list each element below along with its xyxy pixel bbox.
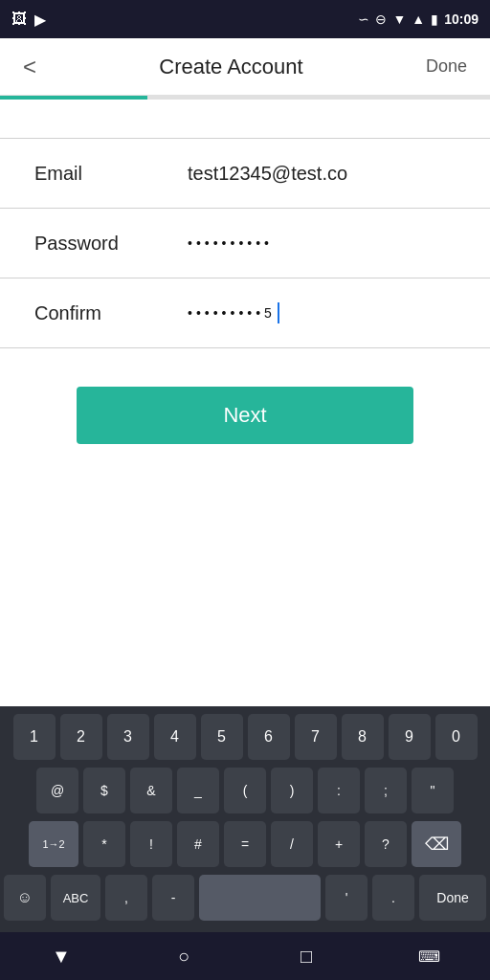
back-button[interactable]: <	[15, 46, 44, 88]
keyboard-row-symbols1: @ $ & _ ( ) : ; "	[4, 768, 486, 813]
bluetooth-icon: ∽	[358, 11, 369, 27]
abc-key[interactable]: ABC	[51, 875, 100, 921]
nav-keyboard-btn[interactable]: ⌨	[405, 937, 453, 975]
shift-key[interactable]: 1→2	[29, 821, 78, 867]
key-exclaim[interactable]: !	[130, 821, 172, 867]
page-title: Create Account	[159, 55, 302, 79]
form-spacer	[0, 463, 490, 706]
signal-icon: ▲	[412, 11, 425, 27]
button-area: Next	[0, 377, 490, 463]
key-0[interactable]: 0	[435, 714, 478, 760]
key-dollar[interactable]: $	[83, 768, 125, 813]
key-colon[interactable]: :	[318, 768, 360, 813]
key-plus[interactable]: +	[318, 821, 360, 867]
top-spacer	[0, 100, 490, 119]
email-label: Email	[34, 163, 188, 185]
time-display: 10:09	[444, 11, 479, 27]
next-button[interactable]: Next	[77, 387, 413, 444]
form-divider-confirm	[0, 347, 490, 348]
key-2[interactable]: 2	[60, 714, 102, 760]
key-period[interactable]: .	[372, 875, 414, 921]
email-row: Email test12345@test.co	[0, 139, 490, 208]
key-6[interactable]: 6	[248, 714, 290, 760]
email-value[interactable]: test12345@test.co	[188, 163, 456, 185]
spacebar[interactable]	[199, 875, 321, 921]
nav-bar: < Create Account Done	[0, 38, 490, 96]
key-1[interactable]: 1	[13, 714, 56, 760]
key-5[interactable]: 5	[201, 714, 243, 760]
key-underscore[interactable]: _	[177, 768, 219, 813]
keyboard-row-numbers: 1 2 3 4 5 6 7 8 9 0	[4, 714, 486, 760]
password-row: Password ••••••••••	[0, 209, 490, 278]
password-label: Password	[34, 233, 188, 255]
keyboard-row-symbols2: 1→2 * ! # = / + ? ⌫	[4, 821, 486, 867]
key-comma[interactable]: ,	[105, 875, 147, 921]
key-semicolon[interactable]: ;	[365, 768, 407, 813]
key-9[interactable]: 9	[389, 714, 431, 760]
key-8[interactable]: 8	[342, 714, 384, 760]
keyboard: 1 2 3 4 5 6 7 8 9 0 @ $ & _ ( ) : ; " 1→…	[0, 706, 490, 932]
key-equals[interactable]: =	[224, 821, 266, 867]
key-hash[interactable]: #	[177, 821, 219, 867]
confirm-dots: •••••••••5	[188, 305, 276, 321]
key-at[interactable]: @	[36, 768, 78, 813]
key-slash[interactable]: /	[271, 821, 313, 867]
bottom-nav: ▼ ○ □ ⌨	[0, 932, 490, 980]
text-cursor	[278, 302, 279, 323]
nav-back-btn[interactable]: ▼	[37, 937, 85, 975]
key-4[interactable]: 4	[154, 714, 196, 760]
youtube-icon: ▶	[34, 11, 46, 29]
key-question[interactable]: ?	[365, 821, 407, 867]
status-right-icons: ∽ ⊖ ▼ ▲ ▮ 10:09	[358, 11, 479, 27]
key-quote[interactable]: "	[412, 768, 454, 813]
status-left-icons: 🖼 ▶	[11, 11, 46, 29]
key-7[interactable]: 7	[295, 714, 337, 760]
key-close-paren[interactable]: )	[271, 768, 313, 813]
emoji-key[interactable]: ☺	[4, 875, 46, 921]
key-open-paren[interactable]: (	[224, 768, 266, 813]
delete-key[interactable]: ⌫	[412, 821, 461, 867]
done-button[interactable]: Done	[418, 49, 475, 84]
key-asterisk[interactable]: *	[83, 821, 125, 867]
password-value[interactable]: ••••••••••	[188, 235, 456, 251]
key-ampersand[interactable]: &	[130, 768, 172, 813]
wifi-icon: ▼	[392, 11, 406, 27]
photo-icon: 🖼	[11, 11, 27, 28]
key-3[interactable]: 3	[107, 714, 149, 760]
nav-home-btn[interactable]: ○	[160, 937, 208, 975]
keyboard-row-bottom: ☺ ABC , - ' . Done	[4, 875, 486, 921]
dnd-icon: ⊖	[375, 11, 387, 27]
confirm-value[interactable]: •••••••••5	[188, 302, 456, 323]
status-bar: 🖼 ▶ ∽ ⊖ ▼ ▲ ▮ 10:09	[0, 0, 490, 38]
confirm-label: Confirm	[34, 302, 188, 324]
key-apostrophe[interactable]: '	[325, 875, 368, 921]
form-area: Email test12345@test.co Password •••••••…	[0, 119, 490, 377]
battery-icon: ▮	[431, 11, 438, 27]
key-dash2[interactable]: -	[152, 875, 194, 921]
keyboard-done-key[interactable]: Done	[419, 875, 486, 921]
nav-recent-btn[interactable]: □	[282, 937, 330, 975]
confirm-row: Confirm •••••••••5	[0, 278, 490, 347]
